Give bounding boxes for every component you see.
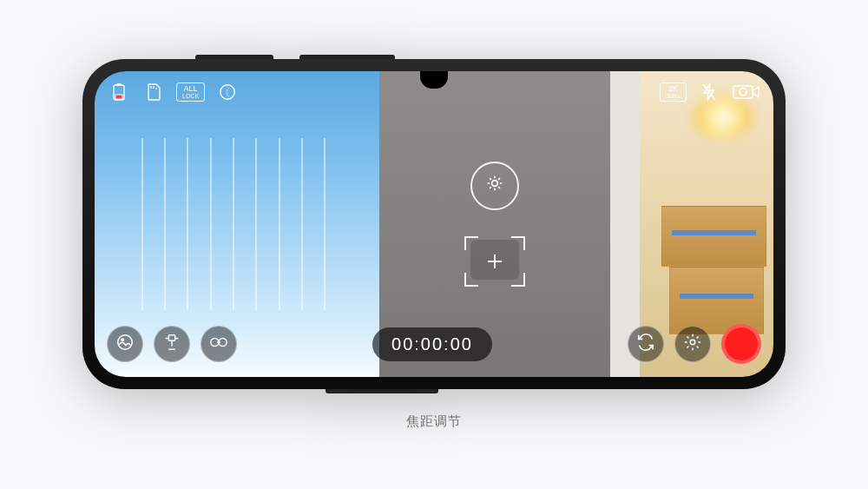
lock-sublabel: LOCK xyxy=(182,93,199,99)
recording-timer: 00:00:00 xyxy=(372,327,492,361)
resolution-label: 2K xyxy=(668,84,678,93)
flash-off-icon[interactable] xyxy=(697,83,721,102)
switch-camera-icon xyxy=(636,333,655,355)
svg-rect-17 xyxy=(733,86,753,98)
resolution-button[interactable]: 2K 30fps xyxy=(660,83,687,102)
gallery-icon xyxy=(115,333,135,355)
phone-body: ALL LOCK 2K 30fps xyxy=(82,59,786,389)
focus-crosshair-icon xyxy=(488,254,502,268)
bottom-toolbar: 00:00:00 xyxy=(107,321,761,367)
svg-point-19 xyxy=(118,335,133,350)
box-decor xyxy=(661,206,767,267)
screen: ALL LOCK 2K 30fps xyxy=(95,71,773,377)
svg-point-20 xyxy=(122,339,124,341)
svg-line-7 xyxy=(490,187,491,188)
lock-mode-button[interactable]: ALL LOCK xyxy=(176,83,205,102)
svg-point-25 xyxy=(690,340,695,345)
svg-rect-21 xyxy=(168,335,174,340)
resolution-sub: 30fps xyxy=(666,93,681,99)
gear-icon xyxy=(683,333,702,355)
svg-line-8 xyxy=(499,178,501,180)
lock-label: ALL xyxy=(184,84,198,93)
timer-value: 00:00:00 xyxy=(391,334,473,354)
figure-caption: 焦距调节 xyxy=(406,413,462,430)
phone-device: ALL LOCK 2K 30fps xyxy=(82,59,786,389)
battery-icon[interactable] xyxy=(107,83,131,102)
settings-button[interactable] xyxy=(674,326,711,362)
brightness-icon xyxy=(486,175,503,197)
svg-point-18 xyxy=(740,89,746,96)
gimbal-icon xyxy=(162,333,181,355)
gallery-button[interactable] xyxy=(107,326,143,362)
svg-point-0 xyxy=(492,181,498,187)
shooting-mode-icon xyxy=(209,333,228,355)
svg-line-6 xyxy=(499,187,501,188)
record-button[interactable] xyxy=(721,324,761,364)
exposure-button[interactable] xyxy=(470,162,519,210)
svg-rect-10 xyxy=(117,83,121,85)
svg-point-24 xyxy=(217,340,220,344)
svg-rect-11 xyxy=(115,95,122,99)
shooting-mode-button[interactable] xyxy=(201,326,237,362)
focus-indicator[interactable] xyxy=(464,236,525,287)
sd-card-icon[interactable] xyxy=(141,83,166,102)
power-button xyxy=(326,389,438,393)
svg-line-5 xyxy=(490,178,491,180)
bridge-image xyxy=(123,138,352,309)
gimbal-button[interactable] xyxy=(154,326,190,362)
rear-camera-icon[interactable] xyxy=(732,83,761,102)
night-mode-icon[interactable] xyxy=(215,83,240,102)
switch-camera-button[interactable] xyxy=(628,326,664,362)
